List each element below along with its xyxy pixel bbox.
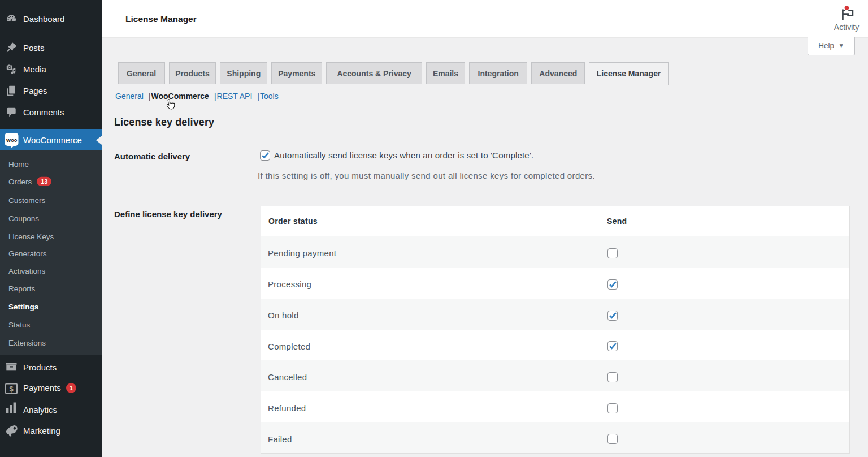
- svg-text:$: $: [9, 384, 14, 393]
- svg-text:Woo: Woo: [6, 137, 18, 143]
